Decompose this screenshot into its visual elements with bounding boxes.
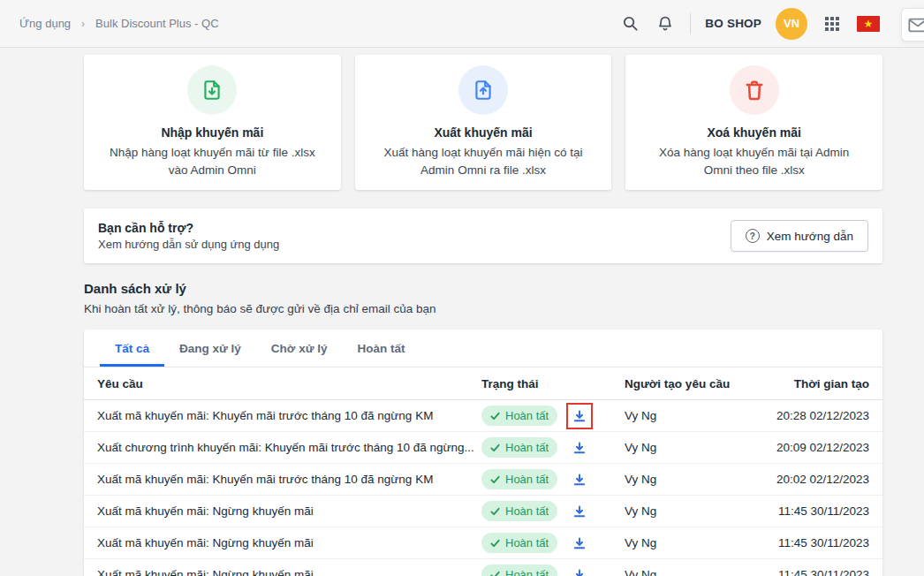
request-cell: Xuất chương trình khuyến mãi: Khuyến mãi… <box>97 441 481 454</box>
help-bar: Bạn cần hỗ trợ? Xem hướng dẫn sử dụng ứn… <box>84 208 882 263</box>
processing-list-section: Danh sách xử lý Khi hoàn tất xử lý, thôn… <box>84 281 882 315</box>
header-creator: Người tạo yêu cầu <box>625 377 757 390</box>
shop-name[interactable]: BO SHOP <box>705 17 761 30</box>
download-button[interactable] <box>566 403 593 429</box>
card-description: Nhập hàng loạt khuyến mãi từ file .xlsx … <box>102 144 323 178</box>
card-title: Nhập khuyến mãi <box>161 125 263 140</box>
table-row: Xuất chương trình khuyến mãi: Khuyến mãi… <box>84 432 882 464</box>
request-cell: Xuất mã khuyến mãi: Khuyến mãi trước thá… <box>97 473 481 486</box>
breadcrumb: Ứng dụng › Bulk Discount Plus - QC <box>19 17 219 30</box>
table-body: Xuất mã khuyến mãi: Khuyến mãi trước thá… <box>84 400 882 576</box>
table-row: Xuất mã khuyến mãi: Khuyến mãi trước thá… <box>84 400 882 432</box>
notification-bell-icon[interactable] <box>655 13 676 34</box>
view-guide-label: Xem hướng dẫn <box>767 230 853 243</box>
tab-all[interactable]: Tất cả <box>100 330 164 367</box>
check-icon <box>490 539 500 548</box>
creator-cell: Vy Ng <box>625 504 757 518</box>
check-icon <box>490 412 500 421</box>
card-title: Xoá khuyến mãi <box>707 125 801 140</box>
download-icon <box>572 473 587 487</box>
request-cell: Xuất mã khuyến mãi: Ngừng khuyến mãi <box>97 504 481 518</box>
check-icon <box>490 475 500 484</box>
time-cell: 11:45 30/11/2023 <box>757 504 869 518</box>
section-title: Danh sách xử lý <box>84 281 882 296</box>
creator-cell: Vy Ng <box>625 473 757 486</box>
breadcrumb-apps[interactable]: Ứng dụng <box>19 17 71 30</box>
time-cell: 11:45 30/11/2023 <box>757 568 869 576</box>
help-subtitle: Xem hướng dẫn sử dụng ứng dụng <box>98 238 279 251</box>
processing-table-card: Tất cả Đang xử lý Chờ xử lý Hoàn tất Yêu… <box>84 330 882 576</box>
status-label: Hoàn tất <box>505 473 549 486</box>
main-content: Nhập khuyến mãi Nhập hàng loạt khuyến mã… <box>84 55 882 576</box>
time-cell: 11:45 30/11/2023 <box>757 536 869 549</box>
request-cell: Xuất mã khuyến mãi: Ngừng khuyến mãi <box>97 568 481 576</box>
chat-widget[interactable] <box>901 8 924 42</box>
chevron-right-icon: › <box>81 18 85 30</box>
status-cell: Hoàn tất <box>481 562 625 576</box>
status-cell: Hoàn tất <box>481 530 625 557</box>
time-cell: 20:09 02/12/2023 <box>757 441 869 454</box>
header-time: Thời gian tạo <box>757 377 869 390</box>
table-row: Xuất mã khuyến mãi: Ngừng khuyến mãi Hoà… <box>84 527 882 559</box>
vietnam-flag-icon[interactable]: ★ <box>857 16 880 32</box>
check-icon <box>490 571 500 576</box>
status-cell: Hoàn tất <box>481 435 625 461</box>
download-button[interactable] <box>566 530 593 557</box>
tab-processing[interactable]: Đang xử lý <box>164 330 256 367</box>
time-cell: 20:28 02/12/2023 <box>757 409 869 422</box>
status-badge: Hoàn tất <box>481 469 557 489</box>
status-label: Hoàn tất <box>505 504 549 518</box>
creator-cell: Vy Ng <box>625 441 757 454</box>
avatar[interactable]: VN <box>776 8 807 40</box>
time-cell: 20:02 02/12/2023 <box>757 473 869 486</box>
card-description: Xuất hàng loạt khuyến mãi hiện có tại Ad… <box>373 144 595 178</box>
topbar-actions: BO SHOP VN ★ <box>619 8 905 40</box>
topbar-divider <box>690 13 691 34</box>
card-title: Xuất khuyến mãi <box>434 125 532 140</box>
status-label: Hoàn tất <box>505 441 549 454</box>
file-import-icon <box>187 65 237 115</box>
check-icon <box>490 443 500 452</box>
status-tabs: Tất cả Đang xử lý Chờ xử lý Hoàn tất <box>84 330 882 368</box>
download-icon <box>572 441 587 455</box>
card-delete-promotions[interactable]: Xoá khuyến mãi Xóa hàng loạt khuyến mãi … <box>625 55 882 190</box>
download-icon <box>572 536 587 550</box>
download-button[interactable] <box>566 498 593 525</box>
creator-cell: Vy Ng <box>625 568 757 576</box>
status-label: Hoàn tất <box>505 536 549 549</box>
download-icon <box>572 568 587 576</box>
creator-cell: Vy Ng <box>625 409 757 422</box>
breadcrumb-current: Bulk Discount Plus - QC <box>95 17 218 30</box>
table-row: Xuất mã khuyến mãi: Ngừng khuyến mãi Hoà… <box>84 496 882 527</box>
status-badge: Hoàn tất <box>481 405 557 426</box>
card-description: Xóa hàng loạt khuyến mãi tại Admin Omni … <box>643 144 865 178</box>
section-subtitle: Khi hoàn tất xử lý, thông báo sẽ được gử… <box>84 302 882 315</box>
topbar: Ứng dụng › Bulk Discount Plus - QC BO SH… <box>0 0 924 48</box>
apps-grid-icon[interactable] <box>822 13 843 34</box>
tab-completed[interactable]: Hoàn tất <box>342 330 420 367</box>
tab-pending[interactable]: Chờ xử lý <box>256 330 343 367</box>
check-icon <box>490 507 500 516</box>
card-import-promotions[interactable]: Nhập khuyến mãi Nhập hàng loạt khuyến mã… <box>84 55 341 190</box>
trash-icon <box>730 65 779 115</box>
envelope-icon <box>908 18 924 33</box>
status-cell: Hoàn tất <box>481 403 625 429</box>
header-status: Trạng thái <box>481 377 625 390</box>
status-label: Hoàn tất <box>505 568 549 576</box>
help-text: Bạn cần hỗ trợ? Xem hướng dẫn sử dụng ứn… <box>98 221 279 251</box>
download-button[interactable] <box>566 562 593 576</box>
request-cell: Xuất mã khuyến mãi: Khuyến mãi trước thá… <box>97 409 481 422</box>
download-button[interactable] <box>566 466 593 493</box>
status-cell: Hoàn tất <box>481 498 625 525</box>
help-title: Bạn cần hỗ trợ? <box>98 221 279 235</box>
file-export-icon <box>458 65 508 115</box>
question-mark-icon: ? <box>746 229 760 243</box>
table-header-row: Yêu cầu Trạng thái Người tạo yêu cầu Thờ… <box>84 368 882 400</box>
header-request: Yêu cầu <box>97 377 481 390</box>
download-icon <box>572 409 587 423</box>
card-export-promotions[interactable]: Xuất khuyến mãi Xuất hàng loạt khuyến mã… <box>355 55 612 190</box>
table-row: Xuất mã khuyến mãi: Ngừng khuyến mãi Hoà… <box>84 559 882 576</box>
view-guide-button[interactable]: ? Xem hướng dẫn <box>731 220 868 252</box>
download-button[interactable] <box>566 435 593 461</box>
search-icon[interactable] <box>619 13 640 34</box>
